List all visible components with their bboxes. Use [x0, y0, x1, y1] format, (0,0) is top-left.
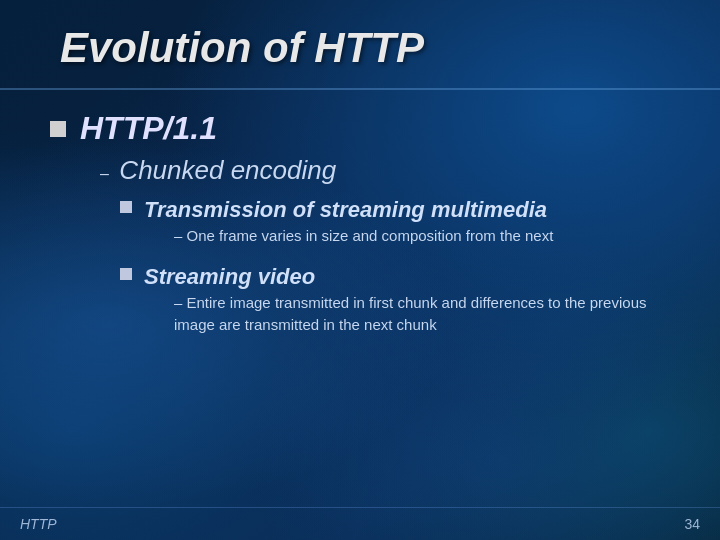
footer-label: HTTP — [20, 516, 57, 532]
slide: Evolution of HTTP HTTP/1.1 – Chunked enc… — [0, 0, 720, 540]
h2-item: – Chunked encoding — [100, 155, 690, 186]
h2-dash: – — [100, 165, 109, 182]
slide-content: Evolution of HTTP HTTP/1.1 – Chunked enc… — [0, 0, 720, 540]
sub-item-1-content: Transmission of streaming multimedia – O… — [144, 196, 553, 255]
sub-item-1-label: Transmission of streaming multimedia — [144, 196, 553, 225]
main-content: HTTP/1.1 – Chunked encoding Transmission… — [0, 100, 720, 540]
h1-item: HTTP/1.1 — [50, 110, 690, 147]
sub-item-1: Transmission of streaming multimedia – O… — [120, 196, 690, 255]
sub-bullet-2 — [120, 268, 132, 280]
sub-items: Transmission of streaming multimedia – O… — [120, 196, 690, 345]
slide-title: Evolution of HTTP — [60, 24, 660, 72]
detail-item-2: – Entire image transmitted in first chun… — [174, 292, 690, 337]
detail-item-1: – One frame varies in size and compositi… — [174, 225, 553, 248]
sub-bullet-1 — [120, 201, 132, 213]
h2-label: Chunked encoding — [119, 155, 336, 185]
sub-item-2-label: Streaming video — [144, 263, 690, 292]
footer-page: 34 — [684, 516, 700, 532]
h1-bullet — [50, 121, 66, 137]
footer: HTTP 34 — [0, 507, 720, 540]
title-area: Evolution of HTTP — [0, 0, 720, 90]
detail-items-1: – One frame varies in size and compositi… — [174, 225, 553, 248]
h1-label: HTTP/1.1 — [80, 110, 217, 147]
sub-item-2: Streaming video – Entire image transmitt… — [120, 263, 690, 345]
detail-items-2: – Entire image transmitted in first chun… — [174, 292, 690, 337]
sub-item-2-content: Streaming video – Entire image transmitt… — [144, 263, 690, 345]
